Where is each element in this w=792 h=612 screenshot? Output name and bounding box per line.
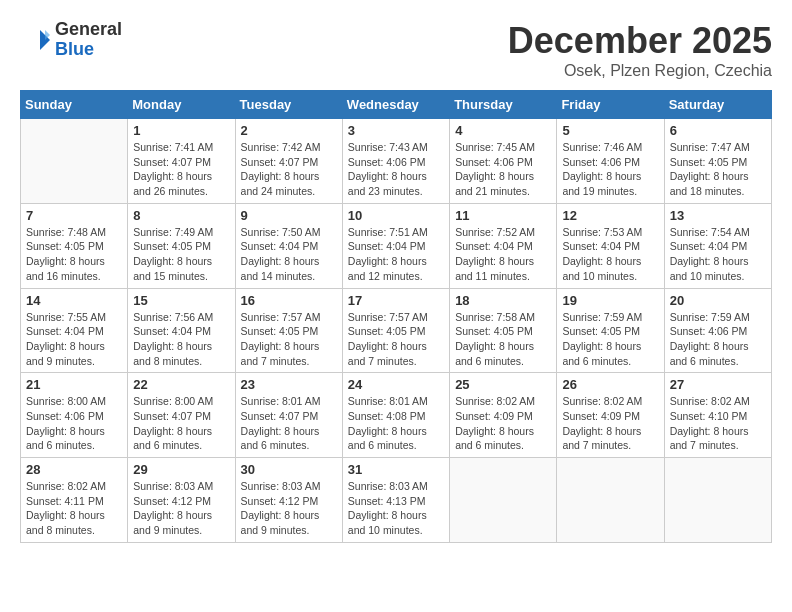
day-number: 26: [562, 377, 658, 392]
day-info: Sunrise: 8:00 AM Sunset: 4:07 PM Dayligh…: [133, 394, 229, 453]
day-number: 30: [241, 462, 337, 477]
calendar-day-cell: 11Sunrise: 7:52 AM Sunset: 4:04 PM Dayli…: [450, 203, 557, 288]
logo-general: General: [55, 20, 122, 40]
logo-text: General Blue: [55, 20, 122, 60]
day-info: Sunrise: 7:47 AM Sunset: 4:05 PM Dayligh…: [670, 140, 766, 199]
day-number: 12: [562, 208, 658, 223]
logo-icon: [20, 25, 50, 55]
day-number: 9: [241, 208, 337, 223]
calendar-week-row: 21Sunrise: 8:00 AM Sunset: 4:06 PM Dayli…: [21, 373, 772, 458]
calendar-day-cell: 6Sunrise: 7:47 AM Sunset: 4:05 PM Daylig…: [664, 119, 771, 204]
calendar-day-cell: 13Sunrise: 7:54 AM Sunset: 4:04 PM Dayli…: [664, 203, 771, 288]
day-info: Sunrise: 7:50 AM Sunset: 4:04 PM Dayligh…: [241, 225, 337, 284]
day-number: 6: [670, 123, 766, 138]
day-number: 1: [133, 123, 229, 138]
weekday-header: Wednesday: [342, 91, 449, 119]
calendar-day-cell: 24Sunrise: 8:01 AM Sunset: 4:08 PM Dayli…: [342, 373, 449, 458]
calendar-day-cell: 17Sunrise: 7:57 AM Sunset: 4:05 PM Dayli…: [342, 288, 449, 373]
weekday-header: Friday: [557, 91, 664, 119]
day-info: Sunrise: 8:02 AM Sunset: 4:09 PM Dayligh…: [562, 394, 658, 453]
calendar-day-cell: 16Sunrise: 7:57 AM Sunset: 4:05 PM Dayli…: [235, 288, 342, 373]
day-info: Sunrise: 7:56 AM Sunset: 4:04 PM Dayligh…: [133, 310, 229, 369]
day-number: 14: [26, 293, 122, 308]
calendar-day-cell: 18Sunrise: 7:58 AM Sunset: 4:05 PM Dayli…: [450, 288, 557, 373]
day-number: 29: [133, 462, 229, 477]
day-number: 13: [670, 208, 766, 223]
day-number: 15: [133, 293, 229, 308]
weekday-header: Saturday: [664, 91, 771, 119]
calendar-week-row: 28Sunrise: 8:02 AM Sunset: 4:11 PM Dayli…: [21, 458, 772, 543]
calendar-day-cell: 19Sunrise: 7:59 AM Sunset: 4:05 PM Dayli…: [557, 288, 664, 373]
calendar-day-cell: 8Sunrise: 7:49 AM Sunset: 4:05 PM Daylig…: [128, 203, 235, 288]
day-number: 31: [348, 462, 444, 477]
header: General Blue December 2025 Osek, Plzen R…: [20, 20, 772, 80]
day-info: Sunrise: 7:57 AM Sunset: 4:05 PM Dayligh…: [241, 310, 337, 369]
calendar-week-row: 1Sunrise: 7:41 AM Sunset: 4:07 PM Daylig…: [21, 119, 772, 204]
day-info: Sunrise: 7:49 AM Sunset: 4:05 PM Dayligh…: [133, 225, 229, 284]
calendar-day-cell: 1Sunrise: 7:41 AM Sunset: 4:07 PM Daylig…: [128, 119, 235, 204]
day-number: 4: [455, 123, 551, 138]
day-number: 22: [133, 377, 229, 392]
day-number: 7: [26, 208, 122, 223]
calendar-day-cell: 20Sunrise: 7:59 AM Sunset: 4:06 PM Dayli…: [664, 288, 771, 373]
day-number: 20: [670, 293, 766, 308]
day-number: 5: [562, 123, 658, 138]
day-number: 17: [348, 293, 444, 308]
title-area: December 2025 Osek, Plzen Region, Czechi…: [508, 20, 772, 80]
calendar-day-cell: 22Sunrise: 8:00 AM Sunset: 4:07 PM Dayli…: [128, 373, 235, 458]
calendar-week-row: 7Sunrise: 7:48 AM Sunset: 4:05 PM Daylig…: [21, 203, 772, 288]
calendar-week-row: 14Sunrise: 7:55 AM Sunset: 4:04 PM Dayli…: [21, 288, 772, 373]
day-info: Sunrise: 7:45 AM Sunset: 4:06 PM Dayligh…: [455, 140, 551, 199]
day-number: 10: [348, 208, 444, 223]
calendar-table: SundayMondayTuesdayWednesdayThursdayFrid…: [20, 90, 772, 543]
day-number: 25: [455, 377, 551, 392]
calendar-day-cell: 29Sunrise: 8:03 AM Sunset: 4:12 PM Dayli…: [128, 458, 235, 543]
day-info: Sunrise: 8:02 AM Sunset: 4:09 PM Dayligh…: [455, 394, 551, 453]
day-number: 2: [241, 123, 337, 138]
calendar-day-cell: [21, 119, 128, 204]
day-number: 27: [670, 377, 766, 392]
day-number: 16: [241, 293, 337, 308]
day-number: 3: [348, 123, 444, 138]
day-number: 11: [455, 208, 551, 223]
calendar-day-cell: 28Sunrise: 8:02 AM Sunset: 4:11 PM Dayli…: [21, 458, 128, 543]
calendar-day-cell: [450, 458, 557, 543]
day-info: Sunrise: 7:59 AM Sunset: 4:05 PM Dayligh…: [562, 310, 658, 369]
day-info: Sunrise: 8:02 AM Sunset: 4:11 PM Dayligh…: [26, 479, 122, 538]
day-info: Sunrise: 8:03 AM Sunset: 4:13 PM Dayligh…: [348, 479, 444, 538]
day-number: 18: [455, 293, 551, 308]
day-info: Sunrise: 7:53 AM Sunset: 4:04 PM Dayligh…: [562, 225, 658, 284]
weekday-header: Tuesday: [235, 91, 342, 119]
calendar-day-cell: 30Sunrise: 8:03 AM Sunset: 4:12 PM Dayli…: [235, 458, 342, 543]
calendar-day-cell: 9Sunrise: 7:50 AM Sunset: 4:04 PM Daylig…: [235, 203, 342, 288]
calendar-day-cell: 27Sunrise: 8:02 AM Sunset: 4:10 PM Dayli…: [664, 373, 771, 458]
day-info: Sunrise: 7:48 AM Sunset: 4:05 PM Dayligh…: [26, 225, 122, 284]
day-info: Sunrise: 7:52 AM Sunset: 4:04 PM Dayligh…: [455, 225, 551, 284]
day-info: Sunrise: 7:55 AM Sunset: 4:04 PM Dayligh…: [26, 310, 122, 369]
calendar-day-cell: 5Sunrise: 7:46 AM Sunset: 4:06 PM Daylig…: [557, 119, 664, 204]
day-number: 8: [133, 208, 229, 223]
day-info: Sunrise: 7:46 AM Sunset: 4:06 PM Dayligh…: [562, 140, 658, 199]
calendar-header-row: SundayMondayTuesdayWednesdayThursdayFrid…: [21, 91, 772, 119]
day-info: Sunrise: 7:57 AM Sunset: 4:05 PM Dayligh…: [348, 310, 444, 369]
day-info: Sunrise: 7:42 AM Sunset: 4:07 PM Dayligh…: [241, 140, 337, 199]
calendar-day-cell: 4Sunrise: 7:45 AM Sunset: 4:06 PM Daylig…: [450, 119, 557, 204]
calendar-day-cell: 7Sunrise: 7:48 AM Sunset: 4:05 PM Daylig…: [21, 203, 128, 288]
day-info: Sunrise: 8:03 AM Sunset: 4:12 PM Dayligh…: [241, 479, 337, 538]
day-info: Sunrise: 8:01 AM Sunset: 4:07 PM Dayligh…: [241, 394, 337, 453]
calendar-day-cell: 21Sunrise: 8:00 AM Sunset: 4:06 PM Dayli…: [21, 373, 128, 458]
day-info: Sunrise: 8:00 AM Sunset: 4:06 PM Dayligh…: [26, 394, 122, 453]
calendar-day-cell: 15Sunrise: 7:56 AM Sunset: 4:04 PM Dayli…: [128, 288, 235, 373]
day-info: Sunrise: 7:58 AM Sunset: 4:05 PM Dayligh…: [455, 310, 551, 369]
day-info: Sunrise: 7:54 AM Sunset: 4:04 PM Dayligh…: [670, 225, 766, 284]
calendar-day-cell: 10Sunrise: 7:51 AM Sunset: 4:04 PM Dayli…: [342, 203, 449, 288]
day-info: Sunrise: 7:43 AM Sunset: 4:06 PM Dayligh…: [348, 140, 444, 199]
day-number: 24: [348, 377, 444, 392]
day-info: Sunrise: 7:51 AM Sunset: 4:04 PM Dayligh…: [348, 225, 444, 284]
calendar-day-cell: 26Sunrise: 8:02 AM Sunset: 4:09 PM Dayli…: [557, 373, 664, 458]
calendar-day-cell: 31Sunrise: 8:03 AM Sunset: 4:13 PM Dayli…: [342, 458, 449, 543]
calendar-day-cell: 23Sunrise: 8:01 AM Sunset: 4:07 PM Dayli…: [235, 373, 342, 458]
logo-blue: Blue: [55, 40, 122, 60]
day-info: Sunrise: 7:59 AM Sunset: 4:06 PM Dayligh…: [670, 310, 766, 369]
month-title: December 2025: [508, 20, 772, 62]
